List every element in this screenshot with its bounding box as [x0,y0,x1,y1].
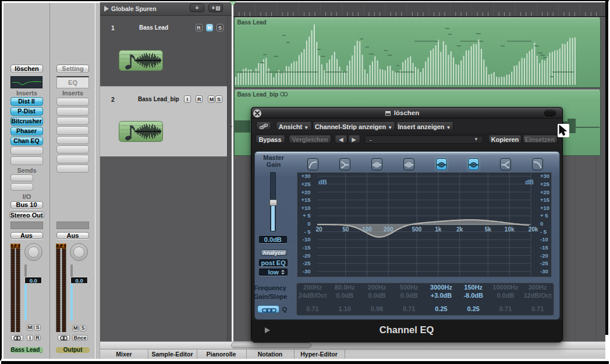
svg-text:1k: 1k [435,226,442,233]
svg-text:20k: 20k [529,226,538,233]
svg-text:100: 100 [362,226,372,233]
svg-text:+30: +30 [301,173,310,179]
svg-text:-25: -25 [303,260,311,266]
svg-text:+25: +25 [540,181,550,187]
svg-text:-20: -20 [303,252,311,259]
svg-text:50: 50 [342,226,349,233]
svg-text:-10: -10 [540,236,548,242]
svg-text:500: 500 [412,226,422,233]
svg-text:- 5: - 5 [304,229,311,235]
svg-text:+10: +10 [540,205,549,211]
svg-text:2k: 2k [456,226,463,233]
svg-text:+25: +25 [301,181,311,187]
svg-text:+ 5: + 5 [540,212,548,219]
svg-text:+30: +30 [540,173,549,179]
svg-text:-15: -15 [303,244,311,251]
svg-text:+10: +10 [301,205,310,211]
svg-text:20: 20 [315,226,322,233]
svg-text:-25: -25 [540,260,548,266]
svg-text:5k: 5k [485,226,492,233]
svg-text:+15: +15 [301,197,311,203]
svg-text:-10: -10 [303,236,311,242]
svg-text:-15: -15 [540,244,548,251]
svg-text:dB: dB [318,179,327,185]
svg-text:+20: +20 [301,189,310,195]
svg-text:-30: -30 [540,268,548,274]
svg-text:200: 200 [384,226,393,233]
svg-text:-20: -20 [540,252,548,259]
svg-text:10k: 10k [505,226,515,233]
svg-text:dB: dB [525,179,534,185]
svg-text:+15: +15 [540,197,550,203]
svg-text:0: 0 [307,220,310,227]
svg-text:+ 5: + 5 [303,212,311,219]
svg-text:0: 0 [540,220,543,227]
svg-text:- 5: - 5 [540,229,547,235]
svg-text:+20: +20 [540,189,549,195]
svg-text:-30: -30 [303,268,311,274]
